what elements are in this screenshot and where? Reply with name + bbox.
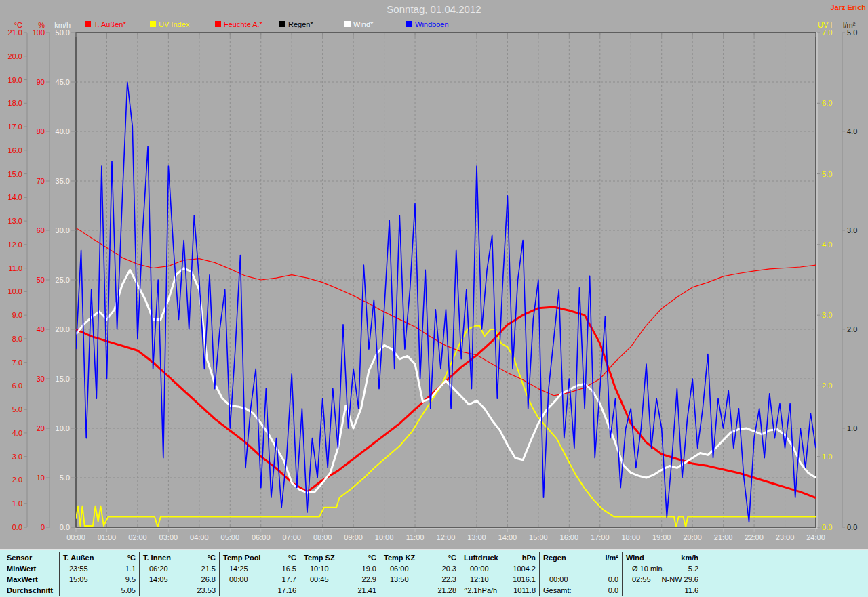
stat-header-row: T. Außen°C [60,552,139,563]
y-tick-label: 6.0 [822,99,832,107]
x-tick-label: 13:00 [467,533,486,541]
avg-value: 21.28 [437,585,456,596]
min-time: 10:10 [304,563,329,574]
sensor-name: T. Innen [143,552,171,563]
y-tick-label: 3.0 [12,453,22,461]
sensor-name: T. Außen [63,552,94,563]
max-value: 0.0 [608,574,618,585]
y-tick-label: 1.0 [847,424,857,432]
min-time [543,563,549,574]
y-tick-label: 20.0 [8,52,22,60]
max-value: N-NW 29.6 [662,574,698,585]
min-value: 19.0 [362,563,376,574]
stat-header-row: Regenl/m² [540,552,622,563]
x-tick-label: 16:00 [560,533,579,541]
x-tick-label: 14:00 [498,533,517,541]
y-tick-label: 50.0 [56,28,70,37]
y-tick-label: 6.0 [12,382,22,390]
y-tick-label: 3.0 [847,226,857,234]
y-tick-label: 0 [41,523,45,531]
legend-label: T. Außen* [94,20,126,28]
y-tick-label: 30 [37,375,45,383]
x-tick-label: 21:00 [714,533,733,541]
stats-row-header: MaxWert [3,574,59,585]
x-tick-label: 23:00 [776,533,795,541]
stat-max-row: 00:4522.9 [300,574,380,585]
y-tick-label: 1.0 [12,499,22,508]
stat-avg-row: 23.53 [140,585,219,596]
y-tick-label: 25.0 [56,276,70,284]
avg-value: 1011.8 [513,585,536,596]
y-tick-label: 9.0 [12,311,22,319]
y-tick-label: 40 [37,325,45,333]
grid [76,33,816,527]
stat-max-row: 12:101016.1 [460,574,539,585]
stat-min-row: 23:551.1 [60,563,139,574]
sensor-name: Wind [626,552,644,563]
stats-row-header-column: SensorMinWertMaxWertDurchschnitt [3,552,59,596]
y-tick-label: 4.0 [822,241,832,249]
y-tick-label: 5.0 [60,474,70,482]
y-tick-label: 5.0 [847,28,857,37]
y-tick-label: 50 [37,276,45,284]
stat-avg-row: Gesamt:0.0 [540,585,622,596]
max-value: 22.9 [362,574,376,585]
y-tick-label: 1.0 [822,453,832,461]
stat-min-row [540,563,622,574]
x-tick-label: 02:00 [128,533,147,541]
avg-value: 17.16 [277,585,296,596]
x-tick-label: 04:00 [190,533,209,541]
y-tick-label: 0.0 [12,523,22,531]
max-value: 17.7 [282,574,296,585]
stat-header-row: Windkm/h [623,552,702,563]
y-tick-label: 70 [37,177,45,185]
stat-column-regen: Regenl/m²00:000.0Gesamt:0.0 [539,552,622,596]
avg-value: 5.05 [121,585,136,596]
avg-value: 21.41 [357,585,376,596]
max-value: 1016.1 [513,574,536,585]
x-tick-label: 10:00 [375,533,394,541]
y-tick-label: 8.0 [12,335,22,343]
max-time: 12:10 [464,574,489,585]
stat-header-row: T. Innen°C [140,552,219,563]
y-tick-label: 45.0 [56,78,70,86]
legend-label: Regen* [288,20,313,28]
stats-row-header: Durchschnitt [3,585,59,596]
y-tick-label: 3.0 [822,311,832,319]
y-tick-label: 15.0 [8,170,22,178]
y-tick-label: 15.0 [56,375,70,383]
x-tick-label: 19:00 [652,533,671,541]
stat-min-row: 00:001004.2 [460,563,539,574]
y-tick-label: 35.0 [56,177,70,185]
stat-column-t-innen: T. Innen°C06:2021.514:0526.823.53 [139,552,219,596]
legend-label: UV Index [159,20,190,28]
x-tick-label: 11:00 [406,533,425,541]
stat-column-temp-kz: Temp KZ°C06:0020.313:5022.321.28 [380,552,460,596]
avg-value: 23.53 [197,585,216,596]
y-tick-label: 4.0 [847,127,857,136]
x-tick-label: 18:00 [621,533,640,541]
stat-column-luftdruck: LuftdruckhPa00:001004.212:101016.1^2.1hP… [460,552,539,596]
sensor-name: Temp Pool [223,552,260,563]
y-tick-label: 40.0 [56,127,70,136]
stat-avg-row: 17.16 [220,585,300,596]
min-time: Ø 10 min. [626,563,665,574]
y-tick-label: 60 [37,226,45,234]
x-tick-label: 06:00 [252,533,271,541]
stat-min-row: Ø 10 min.5.2 [623,563,702,574]
y-tick-label: 13.0 [8,217,22,225]
y-tick-label: 10.0 [56,424,70,432]
avg-value: 0.0 [608,585,618,596]
min-value: 1.1 [125,563,136,574]
x-tick-label: 22:00 [745,533,764,541]
stat-max-row: 14:0526.8 [140,574,219,585]
max-time: 00:45 [304,574,329,585]
max-time: 13:50 [384,574,409,585]
stat-header-row: Temp Pool°C [220,552,300,563]
min-value: 1004.2 [513,563,536,574]
y-tick-label: 20 [37,424,45,432]
max-value: 22.3 [442,574,456,585]
x-tick-label: 07:00 [282,533,301,541]
stat-avg-row: 5.05 [60,585,139,596]
stat-avg-row: ^2.1hPa/h1011.8 [460,585,539,596]
